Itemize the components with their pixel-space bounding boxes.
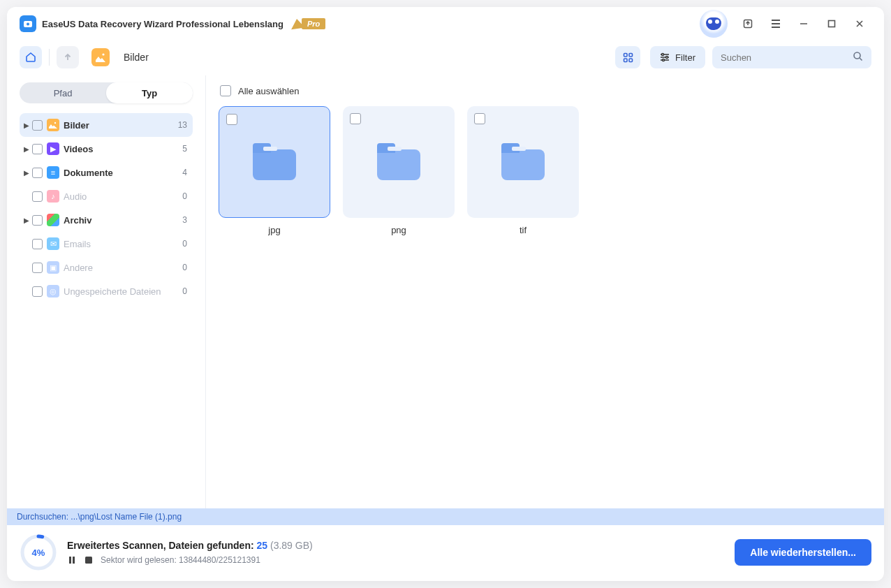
up-button[interactable] xyxy=(57,46,79,68)
menu-button[interactable] xyxy=(764,12,788,36)
select-all-label: Alle auswählen xyxy=(238,86,299,96)
recover-all-button[interactable]: Alle wiederherstellen... xyxy=(735,539,871,566)
checkbox[interactable] xyxy=(226,114,237,125)
svg-point-10 xyxy=(102,53,104,55)
chevron-right-icon: ▶ xyxy=(22,216,31,224)
robot-icon xyxy=(706,17,721,30)
pro-badge: Pro xyxy=(290,18,325,29)
svg-rect-27 xyxy=(73,557,75,564)
search-icon xyxy=(853,51,863,64)
progress-ring: 4% xyxy=(20,534,57,571)
email-icon: ✉ xyxy=(47,237,59,250)
checkbox[interactable] xyxy=(32,239,43,249)
app-title: EaseUS Data Recovery Wizard Professional… xyxy=(42,19,284,29)
checkbox[interactable] xyxy=(32,215,43,226)
chevron-right-icon: ▶ xyxy=(22,145,31,153)
pause-button[interactable] xyxy=(67,555,77,565)
checkbox[interactable] xyxy=(32,168,43,178)
filter-icon xyxy=(660,52,670,62)
maximize-button[interactable] xyxy=(820,12,844,36)
stop-button[interactable] xyxy=(84,555,94,565)
chevron-right-icon: ▶ xyxy=(22,169,31,177)
svg-point-21 xyxy=(854,52,860,59)
video-icon: ▶ xyxy=(47,142,59,155)
sidebar-item-videos[interactable]: ▶ ▶ Videos 5 xyxy=(20,137,193,161)
checkbox[interactable] xyxy=(32,191,43,202)
filter-label: Filter xyxy=(675,52,695,63)
svg-rect-11 xyxy=(624,53,627,57)
checkbox[interactable] xyxy=(32,120,43,131)
svg-line-22 xyxy=(860,58,862,61)
breadcrumb: Bilder xyxy=(124,52,149,63)
search-field[interactable] xyxy=(721,52,853,63)
folder-label: tif xyxy=(467,225,579,235)
folder-icon xyxy=(253,149,296,180)
breadcrumb-icon xyxy=(91,48,110,66)
sidebar-item-ungespeicherte[interactable]: ◎ Ungespeicherte Dateien 0 xyxy=(20,279,193,303)
toolbar: Bilder Filter xyxy=(7,41,884,75)
share-button[interactable] xyxy=(736,12,760,36)
close-button[interactable] xyxy=(848,12,871,36)
folder-card-png[interactable]: png xyxy=(343,106,455,235)
sidebar: Pfad Typ ▶ Bilder 13 ▶ ▶ Videos 5 ▶ ≡ xyxy=(7,75,206,508)
sidebar-tabs: Pfad Typ xyxy=(20,82,193,103)
sidebar-item-andere[interactable]: ▣ Andere 0 xyxy=(20,256,193,279)
search-input[interactable] xyxy=(712,46,871,68)
chevron-right-icon: ▶ xyxy=(22,122,31,129)
svg-rect-7 xyxy=(829,21,835,27)
svg-point-19 xyxy=(666,57,668,59)
tab-path[interactable]: Pfad xyxy=(20,82,106,103)
checkbox[interactable] xyxy=(32,144,43,154)
folder-card-jpg[interactable]: jpg xyxy=(219,106,330,235)
folder-icon xyxy=(377,149,420,180)
svg-rect-14 xyxy=(629,59,633,62)
svg-rect-28 xyxy=(85,557,92,564)
svg-rect-12 xyxy=(629,53,633,57)
svg-point-23 xyxy=(54,122,56,124)
select-all[interactable]: Alle auswählen xyxy=(220,85,871,96)
scan-summary: Erweitertes Scannen, Dateien gefunden: 2… xyxy=(67,540,313,551)
sidebar-item-emails[interactable]: ✉ Emails 0 xyxy=(20,232,193,256)
sector-status: Sektor wird gelesen: 13844480/225121391 xyxy=(101,555,260,565)
sidebar-item-audio[interactable]: ♪ Audio 0 xyxy=(20,184,193,208)
svg-point-20 xyxy=(663,59,665,61)
account-avatar-button[interactable] xyxy=(700,10,728,38)
document-icon: ≡ xyxy=(47,166,59,179)
content-area: Alle auswählen jpg png tif xyxy=(206,75,884,508)
view-grid-button[interactable] xyxy=(615,46,640,68)
image-icon xyxy=(47,119,59,131)
folder-card-tif[interactable]: tif xyxy=(467,106,579,235)
checkbox[interactable] xyxy=(350,113,361,124)
audio-icon: ♪ xyxy=(47,190,59,203)
titlebar: EaseUS Data Recovery Wizard Professional… xyxy=(7,7,884,41)
unsaved-icon: ◎ xyxy=(47,285,59,297)
svg-point-18 xyxy=(662,54,664,56)
svg-rect-13 xyxy=(624,59,627,62)
checkbox[interactable] xyxy=(220,85,231,96)
status-line: Durchsuchen: ...\png\Lost Name File (1).… xyxy=(7,508,884,525)
checkbox[interactable] xyxy=(474,113,485,124)
folder-grid: jpg png tif xyxy=(219,106,871,235)
folder-icon xyxy=(501,149,545,180)
folder-label: png xyxy=(343,225,455,235)
svg-rect-26 xyxy=(69,557,71,564)
filter-button[interactable]: Filter xyxy=(650,46,705,68)
home-button[interactable] xyxy=(20,46,42,68)
folder-label: jpg xyxy=(219,225,330,235)
checkbox[interactable] xyxy=(32,263,43,273)
tab-type[interactable]: Typ xyxy=(106,82,193,103)
svg-point-24 xyxy=(22,536,54,568)
minimize-button[interactable] xyxy=(792,12,816,36)
sidebar-item-dokumente[interactable]: ▶ ≡ Dokumente 4 xyxy=(20,161,193,184)
footer: 4% Erweitertes Scannen, Dateien gefunden… xyxy=(7,525,884,581)
svg-point-1 xyxy=(27,23,29,26)
sidebar-item-archiv[interactable]: ▶ Archiv 3 xyxy=(20,208,193,232)
checkbox[interactable] xyxy=(32,286,43,297)
app-logo-icon xyxy=(20,15,36,32)
sidebar-item-bilder[interactable]: ▶ Bilder 13 xyxy=(20,113,193,137)
folder-icon: ▣ xyxy=(47,261,59,274)
archive-icon xyxy=(47,214,59,226)
app-window: EaseUS Data Recovery Wizard Professional… xyxy=(7,7,884,581)
